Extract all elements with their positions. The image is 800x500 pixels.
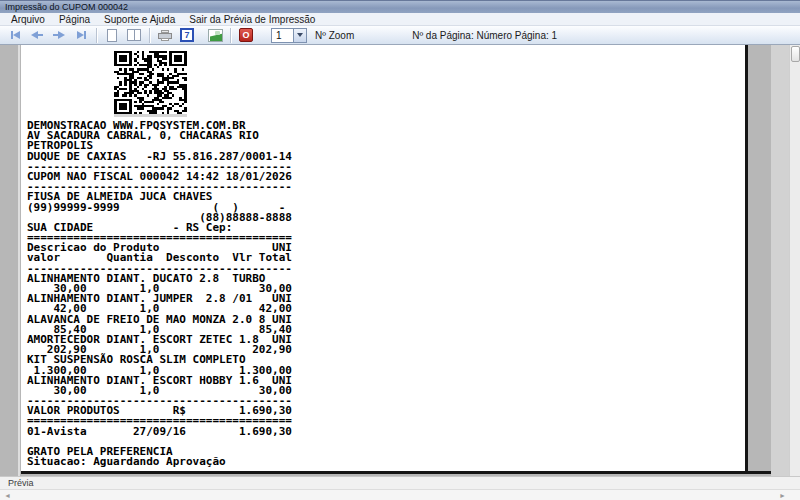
toolbar-separator bbox=[149, 28, 150, 43]
toolbar-separator bbox=[230, 28, 231, 43]
first-page-icon bbox=[11, 31, 20, 39]
zoom-select-button[interactable] bbox=[293, 28, 307, 43]
receipt-page: DEMONSTRACAO WWW.FPQSYSTEM.COM.BRAV SACA… bbox=[21, 45, 748, 471]
single-page-view-icon bbox=[107, 29, 117, 42]
qr-code bbox=[114, 51, 187, 114]
last-page-button[interactable] bbox=[70, 27, 92, 44]
page-left-edge bbox=[18, 45, 20, 476]
toolbar-separator bbox=[96, 28, 97, 43]
next-page-button[interactable] bbox=[48, 27, 70, 44]
receipt-line: Situacao: Aguardando Aprovação bbox=[27, 457, 292, 467]
zoom-select[interactable]: 1 bbox=[271, 28, 307, 43]
previous-page-icon bbox=[31, 31, 43, 39]
print-button[interactable] bbox=[154, 27, 176, 44]
export-button[interactable] bbox=[204, 27, 226, 44]
status-label: Prévia bbox=[8, 478, 34, 488]
chevron-down-icon bbox=[297, 33, 303, 37]
last-page-icon bbox=[77, 31, 86, 39]
print-setup-icon: 7 bbox=[180, 28, 194, 42]
menu-item[interactable]: Arquivo bbox=[4, 13, 52, 26]
zoom-select-value[interactable]: 1 bbox=[271, 28, 293, 43]
scroll-right-icon[interactable]: ► bbox=[779, 492, 786, 499]
title-bar: Impressão do CUPOM 000042 bbox=[0, 0, 800, 13]
next-page-icon bbox=[53, 31, 65, 39]
menu-item[interactable]: Suporte e Ajuda bbox=[97, 13, 182, 26]
zoom-label: Nº Zoom bbox=[315, 30, 354, 41]
page-number-label: Nº da Página: Número Página: 1 bbox=[412, 30, 557, 41]
status-bar: Prévia bbox=[0, 476, 800, 489]
scroll-left-icon[interactable]: ◄ bbox=[4, 492, 11, 499]
two-page-view-icon bbox=[127, 29, 141, 41]
printer-icon bbox=[158, 30, 172, 41]
print-setup-button[interactable]: 7 bbox=[176, 27, 198, 44]
horizontal-scrollbar[interactable]: ◄ ► bbox=[0, 489, 800, 500]
export-icon bbox=[208, 29, 223, 42]
close-preview-icon: O bbox=[239, 28, 253, 42]
page-bottom-border bbox=[21, 471, 771, 474]
vertical-scrollbar[interactable] bbox=[789, 45, 800, 476]
vertical-scrollbar-thumb[interactable] bbox=[791, 46, 800, 62]
previous-page-button[interactable] bbox=[26, 27, 48, 44]
first-page-button[interactable] bbox=[4, 27, 26, 44]
menu-bar: ArquivoPáginaSuporte e AjudaSair da Prév… bbox=[0, 13, 800, 26]
menu-item[interactable]: Página bbox=[52, 13, 97, 26]
toolbar: 7 O 1 Nº Zoom Nº da Página: Número Págin… bbox=[0, 26, 800, 45]
receipt-line: 01-Avista 27/09/16 1.690,30 bbox=[27, 427, 292, 437]
close-preview-button[interactable]: O bbox=[235, 27, 257, 44]
receipt-text: DEMONSTRACAO WWW.FPQSYSTEM.COM.BRAV SACA… bbox=[27, 121, 292, 467]
menu-item[interactable]: Sair da Prévia de Impressão bbox=[182, 13, 322, 26]
single-page-view-button[interactable] bbox=[101, 27, 123, 44]
two-page-view-button[interactable] bbox=[123, 27, 145, 44]
window-title: Impressão do CUPOM 000042 bbox=[5, 2, 128, 12]
qr-code-shadow bbox=[114, 114, 187, 117]
preview-area: DEMONSTRACAO WWW.FPQSYSTEM.COM.BRAV SACA… bbox=[0, 45, 800, 476]
preview-margin bbox=[771, 45, 789, 476]
